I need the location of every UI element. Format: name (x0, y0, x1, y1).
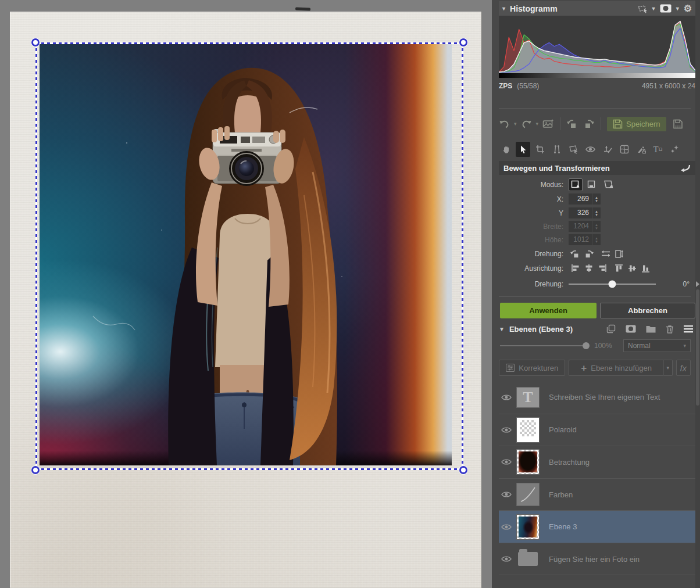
layer-row-polaroid[interactable]: Polaroid (499, 414, 695, 446)
flip-horizontal-button[interactable] (599, 248, 612, 260)
rotation-slider-handle[interactable] (609, 280, 616, 288)
x-input[interactable]: 269 (569, 193, 592, 205)
opacity-value: 100% (594, 342, 612, 350)
layer-visibility-eye-icon[interactable] (499, 458, 516, 465)
selection-edge-left[interactable] (35, 42, 37, 470)
layer-row-photo[interactable]: Ebene 3 (499, 510, 695, 543)
delete-layer-trash-icon[interactable] (666, 325, 674, 334)
layer-thumbnail-vignette[interactable] (516, 449, 540, 475)
redo-caret[interactable]: ▾ (536, 121, 539, 127)
rotate-left-90-button[interactable] (569, 248, 582, 260)
crop-tool[interactable] (533, 142, 547, 157)
layer-thumbnail-text[interactable]: T (516, 387, 540, 408)
selection-edge-bottom[interactable] (35, 468, 463, 470)
corrections-button[interactable]: Korrekturen (499, 360, 565, 376)
rotate-right-button[interactable] (583, 119, 595, 129)
move-transform-tool[interactable] (516, 142, 530, 157)
histogram-channel-mode-button[interactable] (660, 4, 672, 13)
layer-visibility-eye-icon[interactable] (499, 426, 516, 433)
selection-edge-right[interactable] (462, 42, 463, 470)
x-spinner[interactable]: ▴▾ (592, 193, 601, 205)
selection-handle-bottom-right[interactable] (459, 466, 467, 474)
layers-collapse-icon[interactable]: ▼ (499, 326, 505, 332)
layer-label[interactable]: Fügen Sie hier ein Foto ein (549, 555, 640, 564)
photo-layer[interactable] (40, 44, 452, 465)
panel-collapse-arrow-icon[interactable] (696, 281, 699, 287)
reset-panel-icon[interactable] (680, 164, 691, 173)
align-left-button[interactable] (569, 263, 582, 274)
text-tool[interactable]: TΩ (651, 142, 665, 157)
show-original-button[interactable] (542, 119, 554, 129)
duplicate-layer-icon[interactable] (606, 324, 616, 334)
save-as-button[interactable] (673, 119, 683, 129)
layer-thumbnail-folder[interactable] (516, 547, 540, 571)
placement-tool[interactable] (600, 142, 615, 157)
layer-row-colors[interactable]: Farben (499, 478, 695, 511)
brush-lock-tool[interactable] (634, 142, 648, 157)
add-layer-caret-button[interactable]: ▾ (663, 360, 673, 376)
layer-thumbnail-photo[interactable] (516, 514, 540, 540)
height-row: Höhe: 1012 ▴▾ (499, 233, 690, 246)
layer-label[interactable]: Polaroid (549, 425, 577, 434)
align-center-vertical-button[interactable] (626, 263, 639, 274)
undo-button[interactable] (499, 119, 510, 129)
layer-thumbnail-polaroid[interactable] (516, 417, 540, 443)
save-button[interactable]: Speichern (607, 117, 666, 131)
redo-button[interactable] (521, 119, 532, 129)
opacity-slider-handle[interactable] (583, 342, 590, 349)
layer-label[interactable]: Farben (549, 490, 573, 499)
mode-move-content-button[interactable] (585, 178, 599, 191)
layers-menu-icon[interactable] (684, 325, 693, 333)
deform-tool[interactable] (566, 142, 581, 157)
histogram-selection-mode-button[interactable] (637, 4, 648, 13)
layer-row-photo-placeholder[interactable]: Fügen Sie hier ein Foto ein (499, 543, 695, 575)
layer-row-text[interactable]: T Schreiben Sie Ihren eigenen Text (499, 381, 695, 414)
blend-mode-select[interactable]: Normal ▾ (623, 339, 691, 352)
cancel-button[interactable]: Abbrechen (600, 303, 695, 318)
layer-label[interactable]: Schreiben Sie Ihren eigenen Text (549, 393, 660, 401)
histogram-panel-header[interactable]: ▾ Histogramm ▾ ▾ ⚙ (499, 1, 695, 16)
layer-label[interactable]: Betrachtung (549, 458, 590, 467)
layer-visibility-eye-icon[interactable] (499, 524, 516, 530)
effects-tool[interactable] (667, 142, 682, 157)
layer-group-folder-icon[interactable] (646, 325, 656, 333)
y-spinner[interactable]: ▴▾ (592, 207, 601, 218)
add-layer-button[interactable]: + Ebene hinzufügen (569, 360, 663, 376)
polaroid-frame-layer[interactable] (10, 12, 481, 588)
selection-handle-top-left[interactable] (31, 38, 40, 46)
y-input[interactable]: 326 (569, 207, 592, 218)
histogram-settings-gear-icon[interactable]: ⚙ (684, 3, 692, 14)
histogram-collapse-icon[interactable]: ▾ (502, 5, 505, 12)
mode-move-selection-button[interactable] (601, 178, 615, 191)
layer-visibility-eye-icon[interactable] (499, 394, 516, 401)
align-right-button[interactable] (595, 263, 609, 274)
histogram-channel-caret[interactable]: ▾ (676, 5, 679, 12)
align-bottom-button[interactable] (639, 263, 652, 274)
mode-move-layer-button[interactable] (569, 178, 583, 191)
rotate-right-90-button[interactable] (582, 248, 595, 260)
layer-visibility-eye-icon[interactable] (499, 555, 516, 562)
rotation-slider[interactable] (569, 284, 656, 285)
apply-button[interactable]: Anwenden (500, 303, 597, 318)
align-top-button[interactable] (612, 263, 626, 274)
layer-thumbnail-curve[interactable] (516, 483, 540, 506)
layer-label[interactable]: Ebene 3 (549, 522, 577, 531)
mesh-warp-tool[interactable] (617, 142, 631, 157)
undo-caret[interactable]: ▾ (514, 121, 517, 127)
opacity-slider[interactable] (500, 345, 586, 346)
layer-effects-button[interactable]: fx (676, 360, 691, 376)
path-nodes-tool[interactable] (549, 142, 564, 157)
layer-row-vignette[interactable]: Betrachtung (499, 446, 695, 478)
align-center-horizontal-button[interactable] (582, 263, 595, 274)
layer-visibility-eye-icon[interactable] (499, 491, 516, 498)
rotate-left-button[interactable] (566, 119, 578, 129)
flip-vertical-button[interactable] (612, 248, 626, 260)
canvas-area[interactable] (0, 0, 492, 588)
selection-handle-bottom-left[interactable] (31, 466, 40, 474)
red-eye-tool[interactable] (583, 142, 598, 157)
layer-mask-icon[interactable] (626, 325, 636, 333)
panel-scrollbar-thumb[interactable] (696, 289, 699, 406)
hand-tool[interactable] (499, 142, 513, 157)
histogram-selection-caret[interactable]: ▾ (652, 5, 655, 12)
selection-handle-top-right[interactable] (459, 38, 467, 46)
